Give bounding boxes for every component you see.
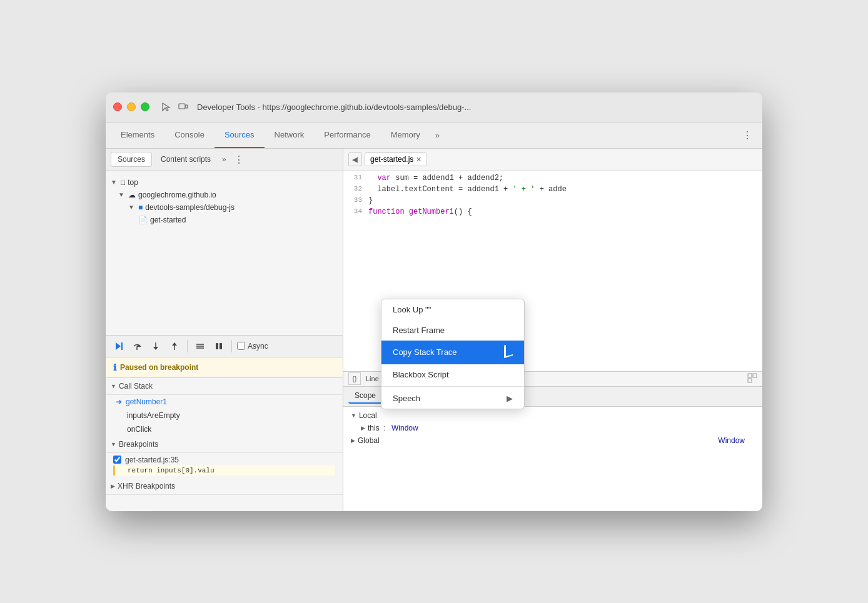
inspect-icon[interactable] xyxy=(159,101,172,113)
step-over-button[interactable] xyxy=(129,339,144,354)
context-menu-item-blackbox[interactable]: Blackbox Script xyxy=(381,364,524,385)
scope-this-key: this xyxy=(368,424,380,432)
pause-on-exceptions-button[interactable] xyxy=(211,339,226,354)
folder-blue-icon: ■ xyxy=(138,203,143,212)
async-checkbox-input[interactable] xyxy=(237,342,245,350)
scope-tab-scope[interactable]: Scope xyxy=(348,389,382,404)
context-menu-item-speech[interactable]: Speech ▶ xyxy=(381,388,524,409)
editor-tab-file[interactable]: get-started.js ✕ xyxy=(365,152,427,166)
submenu-arrow-icon: ▶ xyxy=(507,394,513,403)
toolbar-separator-1 xyxy=(187,340,188,352)
scope-local-arrow: ▼ xyxy=(351,412,356,419)
tree-label-folder: devtools-samples/debug-js xyxy=(145,203,235,212)
fold-button[interactable]: ◀| xyxy=(348,152,362,166)
main-content: Sources Content scripts » ⋮ ▼ □ top ▼ ☁ xyxy=(106,149,762,511)
line-content-33: } xyxy=(368,196,762,205)
svg-rect-0 xyxy=(179,104,185,109)
subtab-sources[interactable]: Sources xyxy=(111,152,152,167)
breakpoint-checkbox-0[interactable] xyxy=(113,456,121,464)
toolbar-separator-2 xyxy=(231,340,232,352)
breakpoints-arrow: ▼ xyxy=(111,441,116,447)
line-num-33: 33 xyxy=(343,196,368,204)
info-icon: ℹ xyxy=(113,362,116,372)
file-tree: ▼ □ top ▼ ☁ googlechrome.github.io ▼ ■ d… xyxy=(106,171,343,335)
titlebar-tool-icons xyxy=(159,101,189,113)
tree-item-folder[interactable]: ▼ ■ devtools-samples/debug-js xyxy=(106,201,343,214)
file-icon: 📄 xyxy=(138,216,148,224)
xhr-breakpoints-header[interactable]: ▶ XHR Breakpoints xyxy=(106,478,343,495)
xhr-breakpoints-title: XHR Breakpoints xyxy=(118,482,175,491)
subtab-more-button[interactable]: » xyxy=(220,155,229,164)
step-out-button[interactable] xyxy=(167,339,182,354)
breakpoint-code-0: return inputs[0].valu xyxy=(113,466,335,476)
sources-subtab-bar: Sources Content scripts » ⋮ xyxy=(106,149,343,171)
tab-performance[interactable]: Performance xyxy=(314,122,380,148)
breakpoint-filename-0: get-started.js:35 xyxy=(125,456,179,464)
svg-rect-16 xyxy=(753,374,757,377)
scope-global-value: Window xyxy=(718,436,745,445)
breakpoints-header[interactable]: ▼ Breakpoints xyxy=(106,436,343,453)
cursor-icon xyxy=(504,343,513,358)
device-icon[interactable] xyxy=(177,101,189,113)
tree-arrow-top: ▼ xyxy=(111,179,118,186)
callstack-item-1[interactable]: inputsAreEmpty xyxy=(106,409,343,422)
scope-global-header[interactable]: ▶ Global Window xyxy=(343,434,762,447)
tree-arrow-domain: ▼ xyxy=(118,191,126,198)
cloud-icon: ☁ xyxy=(128,191,136,199)
tree-label-domain: googlechrome.github.io xyxy=(138,191,216,199)
line-content-32: label.textContent = addend1 + ' + ' + ad… xyxy=(368,185,762,194)
tree-item-top[interactable]: ▼ □ top xyxy=(106,176,343,189)
tree-arrow-folder: ▼ xyxy=(128,204,136,211)
svg-rect-13 xyxy=(216,343,218,349)
main-tab-bar: Elements Console Sources Network Perform… xyxy=(106,122,762,149)
scope-global-arrow: ▶ xyxy=(351,437,355,444)
context-menu-item-restart[interactable]: Restart Frame xyxy=(381,320,524,341)
subtab-content-scripts[interactable]: Content scripts xyxy=(154,152,217,166)
callstack-item-0[interactable]: ➜ getNumber1 xyxy=(106,395,343,409)
context-menu-item-lookup[interactable]: Look Up "" xyxy=(381,299,524,320)
xhr-arrow: ▶ xyxy=(111,483,115,489)
context-menu-separator xyxy=(381,386,524,387)
scope-content: ▼ Local ▶ this : Window ▶ Global xyxy=(343,407,762,511)
tab-network[interactable]: Network xyxy=(265,122,315,148)
tab-elements[interactable]: Elements xyxy=(111,122,164,148)
devtools-menu-button[interactable]: ⋮ xyxy=(737,122,757,148)
svg-marker-9 xyxy=(172,342,177,346)
callstack-label-1: inputsAreEmpty xyxy=(116,411,180,420)
async-toggle[interactable]: Async xyxy=(237,342,268,351)
maximize-button[interactable] xyxy=(141,102,149,111)
resume-button[interactable] xyxy=(111,339,126,354)
callstack-item-2[interactable]: onClick xyxy=(106,422,343,436)
callstack-header[interactable]: ▼ Call Stack xyxy=(106,378,343,395)
tree-label-file: get-started xyxy=(150,216,186,224)
left-bottom: ℹ Paused on breakpoint ▼ Call Stack ➜ ge… xyxy=(106,357,343,511)
tab-console[interactable]: Console xyxy=(164,122,214,148)
scope-local-header[interactable]: ▼ Local xyxy=(343,409,762,422)
subtab-menu-button[interactable]: ⋮ xyxy=(234,154,244,166)
window-title: Developer Tools - https://googlechrome.g… xyxy=(197,102,755,112)
svg-rect-15 xyxy=(748,374,752,377)
line-content-34: function getNumber1() { xyxy=(368,207,762,216)
step-into-button[interactable] xyxy=(148,339,163,354)
close-button[interactable] xyxy=(113,102,122,111)
code-line-31: 31 var sum = addend1 + addend2; xyxy=(343,174,762,185)
line-num-34: 34 xyxy=(343,207,368,215)
left-panel: Sources Content scripts » ⋮ ▼ □ top ▼ ☁ xyxy=(106,149,343,511)
format-icon xyxy=(747,373,757,383)
svg-rect-3 xyxy=(121,342,123,350)
context-menu-item-copy[interactable]: Copy Stack Trace xyxy=(381,341,524,364)
callstack-items: ➜ getNumber1 inputsAreEmpty onClick xyxy=(106,395,343,436)
editor-tab-close[interactable]: ✕ xyxy=(416,156,421,164)
format-button[interactable]: {} xyxy=(348,372,361,385)
line-num-32: 32 xyxy=(343,185,368,192)
tab-memory[interactable]: Memory xyxy=(381,122,430,148)
scope-this-item[interactable]: ▶ this : Window xyxy=(343,422,762,434)
tab-sources[interactable]: Sources xyxy=(214,122,265,148)
tree-item-file[interactable]: 📄 get-started xyxy=(106,214,343,226)
minimize-button[interactable] xyxy=(127,102,136,111)
scope-local-label: Local xyxy=(359,411,377,420)
svg-marker-2 xyxy=(116,342,121,350)
deactivate-breakpoints-button[interactable] xyxy=(193,339,208,354)
more-tabs-button[interactable]: » xyxy=(430,122,445,148)
tree-item-domain[interactable]: ▼ ☁ googlechrome.github.io xyxy=(106,189,343,201)
